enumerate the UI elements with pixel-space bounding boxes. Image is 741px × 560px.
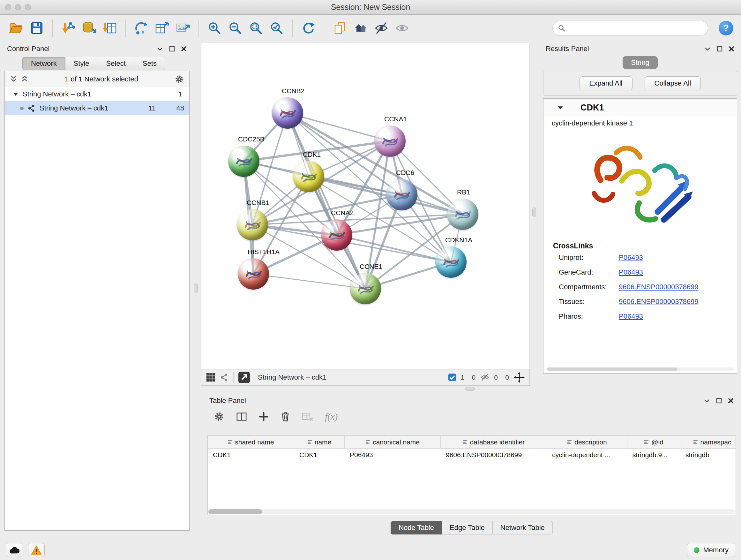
toolbar-separator bbox=[292, 19, 293, 37]
new-network-icon[interactable] bbox=[133, 19, 150, 37]
expand-all-button[interactable]: Expand All bbox=[580, 76, 632, 90]
zoom-selected-icon[interactable] bbox=[268, 19, 285, 37]
delete-column-icon[interactable] bbox=[280, 411, 290, 422]
zoom-fit-icon[interactable] bbox=[248, 19, 264, 37]
crosslink-label: Pharos: bbox=[559, 312, 619, 320]
network-canvas[interactable]: CCNB2CCNA1CDC25BCDK1CDC6RB1CCNB1CCNA2CDK… bbox=[201, 43, 530, 369]
collapse-panel-icon[interactable] bbox=[703, 397, 711, 404]
node-label: CCNE1 bbox=[360, 263, 382, 270]
crosslink-link[interactable]: 9606.ENSP00000378699 bbox=[619, 283, 698, 291]
network-options-gear-icon[interactable] bbox=[175, 74, 184, 84]
cloud-status-button[interactable] bbox=[6, 543, 22, 557]
table-scrollbar[interactable] bbox=[208, 509, 735, 514]
expander-icon[interactable] bbox=[13, 92, 18, 97]
detach-view-icon[interactable] bbox=[220, 373, 229, 382]
close-panel-icon[interactable] bbox=[728, 397, 734, 404]
import-table-icon[interactable] bbox=[102, 19, 118, 37]
tab-select[interactable]: Select bbox=[98, 57, 134, 70]
gene-expander-icon[interactable] bbox=[557, 105, 563, 110]
tab-string[interactable]: String bbox=[623, 56, 657, 69]
network-node-cdk1[interactable] bbox=[293, 161, 324, 192]
search-box[interactable] bbox=[552, 21, 708, 36]
import-network-database-icon[interactable] bbox=[81, 19, 97, 37]
collapse-panel-icon[interactable] bbox=[704, 45, 711, 52]
zoom-out-icon[interactable] bbox=[227, 19, 244, 37]
tab-edge-table[interactable]: Edge Table bbox=[442, 521, 493, 535]
column-header-database-identifier[interactable]: database identifier bbox=[441, 436, 547, 448]
network-edge[interactable] bbox=[287, 113, 365, 289]
table-settings-gear-icon[interactable] bbox=[214, 411, 225, 422]
crosslink-link[interactable]: 9606.ENSP00000378699 bbox=[619, 298, 698, 306]
home-view-icon[interactable] bbox=[352, 19, 369, 37]
expand-all-icon[interactable] bbox=[21, 75, 28, 83]
column-header-description[interactable]: description bbox=[547, 436, 627, 448]
show-columns-icon[interactable] bbox=[236, 411, 247, 422]
splitter-handle[interactable] bbox=[532, 207, 536, 217]
network-icon bbox=[27, 104, 36, 112]
splitter-handle[interactable] bbox=[465, 387, 475, 391]
collapse-all-icon[interactable] bbox=[10, 75, 17, 83]
table-row[interactable]: CDK1CDK1P064939606.ENSP00000378699cyclin… bbox=[208, 449, 736, 461]
float-panel-icon[interactable] bbox=[717, 46, 723, 52]
float-panel-icon[interactable] bbox=[169, 46, 175, 52]
column-header-canonical-name[interactable]: canonical name bbox=[345, 436, 441, 448]
crosslink-link[interactable]: P06493 bbox=[619, 268, 643, 276]
network-node-cdc6[interactable] bbox=[386, 179, 417, 210]
hidden-eye-icon[interactable] bbox=[480, 373, 489, 381]
grid-mode-icon[interactable] bbox=[206, 373, 215, 382]
network-edge[interactable] bbox=[253, 274, 365, 289]
export-table-icon[interactable] bbox=[154, 19, 171, 37]
memory-status-dot bbox=[694, 547, 699, 553]
network-node-hist1h1a[interactable] bbox=[238, 258, 269, 290]
import-network-file-icon[interactable] bbox=[60, 19, 77, 37]
close-panel-icon[interactable] bbox=[728, 46, 735, 52]
tab-network-table[interactable]: Network Table bbox=[492, 521, 553, 535]
network-node-cdkn1a[interactable] bbox=[435, 246, 467, 278]
collapse-panel-icon[interactable] bbox=[156, 45, 163, 52]
network-node-ccne1[interactable] bbox=[350, 273, 381, 304]
network-node-ccnb1[interactable] bbox=[237, 209, 268, 240]
node-count: 11 bbox=[148, 104, 156, 112]
network-row-selected[interactable]: String Network – cdk1 11 48 bbox=[5, 101, 189, 115]
tab-node-table[interactable]: Node Table bbox=[391, 521, 442, 535]
column-header-id[interactable]: @id bbox=[627, 436, 680, 448]
tab-network[interactable]: Network bbox=[22, 57, 65, 70]
help-icon[interactable]: ? bbox=[719, 21, 733, 36]
network-node-ccnb2[interactable] bbox=[272, 98, 303, 129]
zoom-in-icon[interactable] bbox=[206, 19, 223, 37]
network-node-ccna2[interactable] bbox=[321, 219, 352, 251]
selected-checkbox-icon[interactable] bbox=[448, 373, 456, 381]
memory-button[interactable]: Memory bbox=[687, 543, 735, 557]
pan-tool-icon[interactable] bbox=[514, 372, 525, 383]
network-node-cdc25b[interactable] bbox=[228, 145, 259, 177]
apply-layout-icon[interactable] bbox=[300, 19, 317, 37]
column-header-namespac[interactable]: namespac bbox=[680, 436, 736, 448]
collapse-all-button[interactable]: Collapse All bbox=[645, 76, 701, 90]
results-scrollbar[interactable] bbox=[547, 368, 734, 371]
crosslink-link[interactable]: P06493 bbox=[619, 253, 643, 262]
export-image-icon[interactable] bbox=[175, 19, 191, 37]
column-header-shared-name[interactable]: shared name bbox=[208, 436, 294, 448]
crosslink-link[interactable]: P06493 bbox=[619, 312, 643, 320]
open-session-icon[interactable] bbox=[8, 19, 24, 37]
tab-sets[interactable]: Sets bbox=[134, 57, 165, 70]
network-collection-row[interactable]: String Network – cdk1 1 bbox=[5, 87, 189, 101]
node-label: CDKN1A bbox=[445, 236, 472, 244]
tab-style[interactable]: Style bbox=[65, 57, 98, 70]
hide-selected-icon[interactable] bbox=[373, 19, 390, 37]
add-column-icon[interactable] bbox=[259, 412, 269, 422]
save-session-icon[interactable] bbox=[28, 19, 45, 37]
clone-network-icon[interactable] bbox=[332, 19, 348, 37]
function-builder-icon[interactable]: f(x) bbox=[325, 412, 338, 422]
close-panel-icon[interactable] bbox=[181, 46, 187, 52]
network-node-rb1[interactable] bbox=[447, 199, 478, 230]
float-panel-icon[interactable] bbox=[716, 398, 722, 403]
column-header-name[interactable]: name bbox=[294, 436, 345, 448]
search-input[interactable] bbox=[569, 24, 703, 32]
splitter-handle[interactable] bbox=[194, 284, 198, 293]
results-panel: Results Panel String Expand All Collapse… bbox=[543, 43, 737, 388]
export-view-icon[interactable] bbox=[238, 371, 250, 383]
warnings-button[interactable] bbox=[28, 543, 45, 557]
network-node-ccna1[interactable] bbox=[374, 125, 406, 157]
show-all-icon[interactable] bbox=[394, 19, 410, 37]
